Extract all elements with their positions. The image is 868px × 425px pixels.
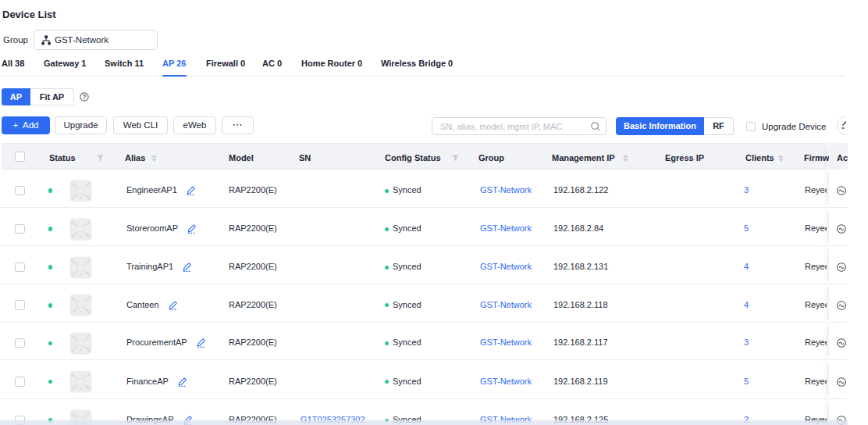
svg-text:?: ?: [82, 94, 86, 101]
